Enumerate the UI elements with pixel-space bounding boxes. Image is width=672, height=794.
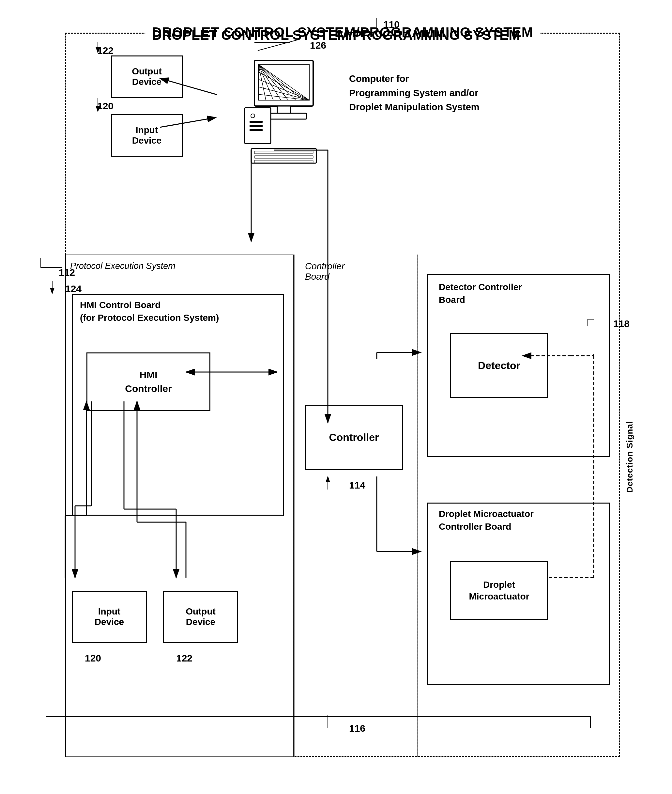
ref-126: 126 bbox=[310, 40, 326, 51]
input-device-bottom-label: InputDevice bbox=[94, 606, 124, 627]
computer-label: Computer forProgramming System and/orDro… bbox=[349, 72, 480, 115]
input-device-bottom-box: InputDevice bbox=[72, 591, 147, 643]
controller-box: Controller bbox=[305, 405, 403, 470]
detector-ctrl-label-text: Detector ControllerBoard bbox=[439, 282, 522, 305]
output-device-bottom-box: OutputDevice bbox=[163, 591, 238, 643]
detection-signal-label: Detection Signal bbox=[625, 421, 635, 493]
output-device-top-box: OutputDevice bbox=[111, 56, 183, 98]
system-title: DROPLET CONTROL SYSTEM/PROGRAMMING SYSTE… bbox=[145, 24, 540, 40]
protocol-label: Protocol Execution System bbox=[70, 261, 176, 271]
svg-rect-19 bbox=[250, 129, 262, 131]
hmi-control-board-line1: HMI Control Board bbox=[80, 300, 160, 310]
hmi-control-board-line2: (for Protocol Execution System) bbox=[80, 313, 219, 323]
controller-board-area-label: ControllerBoard bbox=[305, 261, 344, 282]
input-device-top-box: InputDevice bbox=[111, 114, 183, 157]
output-device-top-label: OutputDevice bbox=[132, 66, 162, 87]
input-device-top-label: InputDevice bbox=[132, 125, 162, 146]
ref-110: 110 bbox=[383, 19, 400, 30]
controller-divider-right bbox=[417, 255, 418, 757]
controller-divider-left bbox=[294, 255, 294, 757]
hmi-controller-label: HMIController bbox=[125, 368, 171, 396]
computer-image bbox=[228, 46, 339, 183]
hmi-controller-box: HMIController bbox=[86, 353, 210, 411]
svg-rect-18 bbox=[250, 125, 262, 127]
ref-118: 118 bbox=[613, 318, 630, 329]
ref-116: 116 bbox=[349, 723, 365, 734]
output-device-bottom-label: OutputDevice bbox=[186, 606, 216, 627]
hmi-control-board-label: HMI Control Board (for Protocol Executio… bbox=[80, 298, 219, 324]
ref-120-top: 120 bbox=[97, 101, 114, 112]
ref-122-top: 122 bbox=[97, 45, 114, 56]
detector-ctrl-board-label: Detector ControllerBoard bbox=[439, 281, 522, 306]
svg-rect-17 bbox=[250, 121, 262, 123]
droplet-ctrl-label-text: Droplet MicroactuatorController Board bbox=[439, 509, 534, 532]
detector-label: Detector bbox=[478, 359, 520, 372]
ref-120-bot: 120 bbox=[85, 653, 101, 664]
computer-svg bbox=[235, 57, 333, 171]
ref-112: 112 bbox=[59, 267, 75, 278]
droplet-microactuator-box: DropletMicroactuator bbox=[450, 561, 548, 620]
ref-124: 124 bbox=[65, 283, 82, 294]
detector-box: Detector bbox=[450, 333, 548, 398]
ref-122-bot: 122 bbox=[176, 653, 192, 664]
droplet-ctrl-board-label: Droplet MicroactuatorController Board bbox=[439, 507, 534, 533]
controller-label: Controller bbox=[329, 431, 379, 444]
ref-114: 114 bbox=[349, 480, 365, 491]
computer-label-text: Computer forProgramming System and/orDro… bbox=[349, 74, 480, 112]
droplet-microact-label: DropletMicroactuator bbox=[469, 579, 529, 603]
